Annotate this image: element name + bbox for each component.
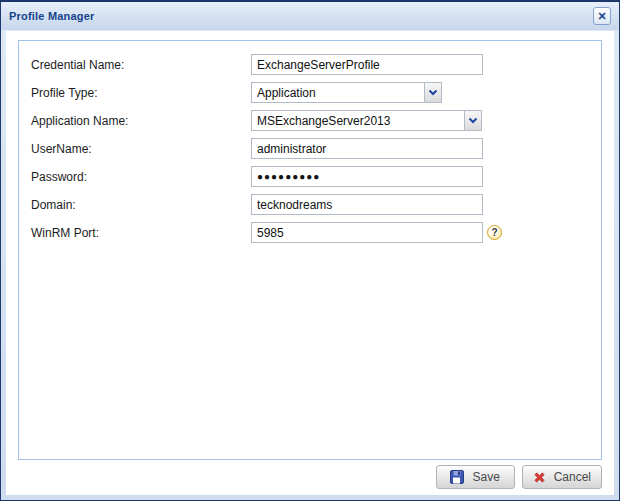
cancel-button[interactable]: Cancel bbox=[522, 465, 602, 489]
winrm-port-input[interactable] bbox=[251, 222, 483, 243]
domain-label: Domain: bbox=[31, 198, 251, 212]
password-label: Password: bbox=[31, 170, 251, 184]
username-input[interactable] bbox=[251, 138, 483, 159]
close-button[interactable]: ✕ bbox=[593, 7, 611, 25]
help-icon[interactable]: ? bbox=[487, 225, 502, 240]
application-name-combobox bbox=[251, 110, 482, 131]
close-icon: ✕ bbox=[597, 11, 606, 22]
profile-type-label: Profile Type: bbox=[31, 86, 251, 100]
form-row-application-name: Application Name: bbox=[31, 110, 601, 131]
dialog-body: Credential Name: Profile Type: Applicati… bbox=[6, 31, 614, 495]
application-name-input[interactable] bbox=[251, 110, 464, 131]
winrm-port-label: WinRM Port: bbox=[31, 226, 251, 240]
form-row-password: Password: bbox=[31, 166, 601, 187]
username-label: UserName: bbox=[31, 142, 251, 156]
profile-type-input[interactable] bbox=[251, 82, 424, 103]
application-name-dropdown-trigger[interactable] bbox=[464, 110, 482, 131]
form-row-domain: Domain: bbox=[31, 194, 601, 215]
form-row-username: UserName: bbox=[31, 138, 601, 159]
title-bar: Profile Manager ✕ bbox=[1, 1, 619, 30]
chevron-down-icon bbox=[428, 89, 438, 96]
domain-input[interactable] bbox=[251, 194, 483, 215]
cancel-button-label: Cancel bbox=[554, 470, 591, 484]
save-button-label: Save bbox=[472, 470, 499, 484]
credential-name-input[interactable] bbox=[251, 54, 483, 75]
profile-type-dropdown-trigger[interactable] bbox=[424, 82, 442, 103]
credential-name-label: Credential Name: bbox=[31, 58, 251, 72]
form-panel: Credential Name: Profile Type: Applicati… bbox=[18, 40, 602, 460]
save-floppy-icon bbox=[450, 470, 464, 484]
password-input[interactable] bbox=[251, 166, 483, 187]
chevron-down-icon bbox=[468, 117, 478, 124]
profile-type-combobox bbox=[251, 82, 442, 103]
window-title: Profile Manager bbox=[9, 10, 95, 22]
button-bar: Save Cancel bbox=[436, 465, 602, 489]
profile-manager-dialog: Profile Manager ✕ Credential Name: Profi… bbox=[0, 0, 620, 501]
form-row-winrm-port: WinRM Port: ? bbox=[31, 222, 601, 243]
save-button[interactable]: Save bbox=[436, 465, 515, 489]
form-row-profile-type: Profile Type: bbox=[31, 82, 601, 103]
cancel-x-icon bbox=[533, 471, 546, 484]
application-name-label: Application Name: bbox=[31, 114, 251, 128]
form-row-credential-name: Credential Name: bbox=[31, 54, 601, 75]
